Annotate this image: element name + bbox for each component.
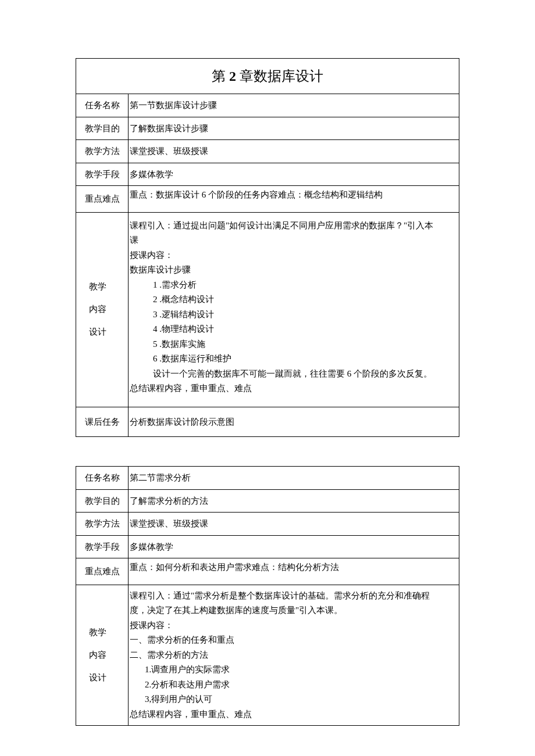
step-6: 6 .数据库运行和维护: [130, 352, 456, 367]
task-name-value: 第一节数据库设计步骤: [129, 94, 459, 117]
method-1: 1.调查用户的实际需求: [130, 662, 456, 678]
method-value: 课堂授课、班级授课: [129, 140, 459, 163]
step-4: 4 .物理结构设计: [130, 322, 456, 337]
lesson-plan-table-1: 第 2 章数据库设计 任务名称 第一节数据库设计步骤 教学目的 了解数据库设计步…: [76, 58, 459, 437]
after-task-label: 课后任务: [76, 407, 129, 437]
lesson-plan-table-2: 任务名称 第二节需求分析 教学目的 了解需求分析的方法 教学方法 课堂授课、班级…: [76, 466, 459, 726]
task-name-label: 任务名称: [76, 467, 129, 490]
steps-heading: 数据库设计步骤: [130, 263, 456, 278]
step-2: 2 .概念结构设计: [130, 292, 456, 307]
design-label-3: 设计: [89, 667, 126, 689]
step-5: 5 .数据库实施: [130, 337, 456, 352]
after-task-value: 分析数据库设计阶段示意图: [129, 407, 459, 437]
task-name-label: 任务名称: [76, 94, 129, 117]
content-heading: 授课内容：: [130, 618, 456, 633]
design-label: 教学 内容 设计: [76, 585, 129, 726]
content-heading: 授课内容：: [130, 248, 456, 263]
design-label: 教学 内容 设计: [76, 212, 129, 407]
method-3: 3,得到用户的认可: [130, 692, 456, 707]
design-label-1: 教学: [89, 621, 126, 644]
intro-line-2: 度，决定了在其上构建数据库的速度与质量"引入本课。: [130, 603, 456, 618]
difficulty-value: 重点：数据库设计 6 个阶段的任务内容难点：概念结构和逻辑结构: [129, 186, 459, 213]
design-note: 设计一个完善的数据库不可能一蹴而就，往往需要 6 个阶段的多次反复。: [130, 367, 456, 382]
objective-value: 了解需求分析的方法: [129, 489, 459, 513]
method-2: 2.分析和表达用户需求: [130, 678, 456, 693]
objective-label: 教学目的: [76, 489, 129, 513]
chapter-title: 第 2 章数据库设计: [76, 59, 459, 94]
step-3: 3 .逻辑结构设计: [130, 307, 456, 323]
means-label: 教学手段: [76, 535, 129, 558]
design-label-2: 内容: [89, 644, 126, 667]
difficulty-label: 重点难点: [76, 186, 129, 213]
design-content: 课程引入：通过"需求分析是整个数据库设计的基础。需求分析的充分和准确程 度，决定…: [129, 585, 459, 726]
step-1: 1 .需求分析: [130, 278, 456, 293]
design-label-1: 教学: [89, 275, 126, 298]
objective-label: 教学目的: [76, 117, 129, 140]
means-value: 多媒体教学: [129, 163, 459, 186]
difficulty-label: 重点难点: [76, 558, 129, 585]
design-label-3: 设计: [89, 321, 126, 343]
means-label: 教学手段: [76, 163, 129, 186]
intro-line-2: 课: [130, 233, 456, 248]
section-2: 二、需求分析的方法: [130, 648, 456, 663]
method-value: 课堂授课、班级授课: [129, 513, 459, 536]
title-suffix: 章数据库设计: [240, 69, 323, 84]
section-1: 一、需求分析的任务和重点: [130, 633, 456, 648]
method-label: 教学方法: [76, 140, 129, 163]
summary-line: 总结课程内容，重申重点、难点: [130, 381, 456, 396]
intro-line-1: 课程引入：通过"需求分析是整个数据库设计的基础。需求分析的充分和准确程: [130, 589, 456, 604]
method-label: 教学方法: [76, 513, 129, 536]
task-name-value: 第二节需求分析: [129, 467, 459, 490]
design-content: 课程引入：通过提出问题"如何设计出满足不同用户应用需求的数据库？"引入本 课 授…: [129, 212, 459, 407]
design-label-2: 内容: [89, 298, 126, 321]
difficulty-value: 重点：如何分析和表达用户需求难点：结构化分析方法: [129, 558, 459, 585]
objective-value: 了解数据库设计步骤: [129, 117, 459, 140]
intro-line-1: 课程引入：通过提出问题"如何设计出满足不同用户应用需求的数据库？"引入本: [130, 218, 456, 234]
summary-line: 总结课程内容，重申重点、难点: [130, 707, 456, 722]
title-number: 2: [229, 69, 236, 84]
means-value: 多媒体教学: [129, 535, 459, 558]
title-prefix: 第: [212, 69, 226, 84]
